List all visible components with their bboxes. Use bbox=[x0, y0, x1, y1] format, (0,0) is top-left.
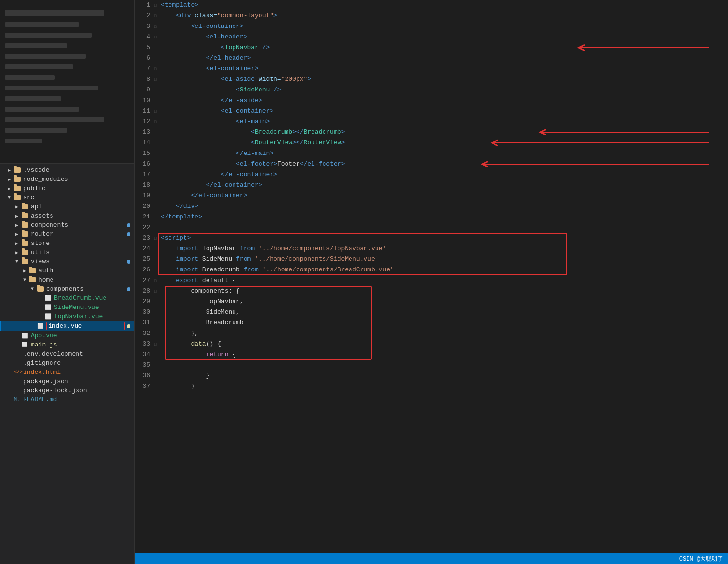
fold-btn-23[interactable]: □ bbox=[154, 233, 160, 244]
sidebar-item-auth[interactable]: ▶ auth bbox=[0, 266, 134, 275]
folder-icon bbox=[22, 222, 28, 228]
sidebar-item-gitignore[interactable]: ▶ .gitignore bbox=[0, 359, 134, 368]
folder-icon bbox=[14, 167, 21, 173]
sidebar-item-topnavbar-vue[interactable]: ▶ ⬜ TopNavbar.vue bbox=[0, 312, 134, 321]
fold-btn-32[interactable] bbox=[154, 329, 160, 339]
line-number-12: 12 bbox=[135, 116, 154, 127]
token: </div> bbox=[176, 203, 198, 210]
fold-btn-19[interactable] bbox=[154, 191, 160, 202]
sidebar-item-package-lock-json[interactable]: ▶ package-lock.json bbox=[0, 386, 134, 395]
token: TopNavbar, bbox=[206, 298, 244, 305]
token: el-aside bbox=[225, 76, 255, 83]
fold-btn-2[interactable]: □ bbox=[154, 11, 160, 22]
chevron-icon: ▶ bbox=[23, 268, 28, 274]
fold-btn-35[interactable] bbox=[154, 360, 160, 371]
line-number-21: 21 bbox=[135, 212, 154, 222]
token bbox=[161, 351, 206, 358]
token: return bbox=[206, 351, 229, 358]
sidebar-item-store[interactable]: ▶ store bbox=[0, 239, 134, 248]
sidebar-item-node-modules[interactable]: ▶ node_modules bbox=[0, 175, 134, 184]
sidebar-item-package-json[interactable]: ▶ package.json bbox=[0, 377, 134, 386]
sidebar-item-label: index.vue bbox=[46, 322, 125, 330]
chevron-icon: ▶ bbox=[15, 213, 20, 219]
fold-btn-15[interactable] bbox=[154, 149, 160, 159]
code-line-35 bbox=[154, 360, 728, 371]
sidebar-item-index-vue[interactable]: ▶ ⬜ index.vue bbox=[0, 321, 134, 331]
token bbox=[161, 23, 191, 30]
fold-btn-31[interactable] bbox=[154, 318, 160, 329]
sidebar-item-api[interactable]: ▶ api bbox=[0, 202, 134, 211]
fold-btn-11[interactable]: □ bbox=[154, 106, 160, 117]
code-line-26: import Breadcrumb from '../home/componen… bbox=[154, 265, 728, 275]
line-number-22: 22 bbox=[135, 222, 154, 233]
fold-btn-17[interactable] bbox=[154, 170, 160, 180]
token bbox=[161, 308, 206, 316]
sidebar-item-breadcrumb-vue[interactable]: ▶ ⬜ BreadCrumb.vue bbox=[0, 294, 134, 303]
fold-btn-3[interactable]: □ bbox=[154, 22, 160, 32]
editor-content[interactable]: 1234567891011121314151617181920212223242… bbox=[135, 0, 728, 553]
fold-btn-21[interactable] bbox=[154, 212, 160, 223]
token: } bbox=[161, 372, 209, 379]
sidebar-item-app-vue[interactable]: ▶ ⬜ App.vue bbox=[0, 331, 134, 340]
dot-indicator bbox=[127, 223, 130, 227]
chevron-icon: ▼ bbox=[23, 277, 28, 282]
sidebar-item-env-dev[interactable]: ▶ .env.development bbox=[0, 349, 134, 359]
code-line-8: □ <el-aside width="200px"> bbox=[154, 74, 728, 85]
sidebar-item-assets[interactable]: ▶ assets bbox=[0, 211, 134, 220]
line-number-30: 30 bbox=[135, 307, 154, 318]
fold-btn-20[interactable] bbox=[154, 202, 160, 212]
dot-indicator bbox=[127, 287, 130, 291]
fold-btn-36[interactable] bbox=[154, 371, 160, 382]
sidebar-item-label: components bbox=[46, 285, 125, 293]
token bbox=[161, 330, 191, 337]
fold-btn-4[interactable]: □ bbox=[154, 32, 160, 43]
fold-btn-33[interactable]: □ bbox=[154, 339, 160, 350]
fold-btn-26[interactable] bbox=[154, 265, 160, 276]
sidebar-item-public[interactable]: ▶ public bbox=[0, 184, 134, 193]
fold-btn-25[interactable] bbox=[154, 255, 160, 265]
chevron-icon: ▼ bbox=[31, 286, 36, 292]
fold-btn-9[interactable] bbox=[154, 85, 160, 96]
token: </el-container> bbox=[191, 192, 247, 199]
fold-btn-24[interactable] bbox=[154, 244, 160, 255]
fold-btn-7[interactable]: □ bbox=[154, 64, 160, 75]
sidebar-item-router[interactable]: ▶ router bbox=[0, 230, 134, 239]
code-line-23: □<script> bbox=[154, 233, 728, 244]
fold-btn-34[interactable] bbox=[154, 350, 160, 360]
fold-btn-5[interactable] bbox=[154, 43, 160, 53]
fold-btn-22[interactable] bbox=[154, 223, 160, 233]
sidebar-item-src[interactable]: ▼ src bbox=[0, 193, 134, 202]
folder-icon bbox=[29, 268, 36, 273]
fold-btn-14[interactable] bbox=[154, 138, 160, 149]
fold-btn-37[interactable] bbox=[154, 382, 160, 392]
line-number-1: 1 bbox=[135, 0, 154, 11]
fold-btn-6[interactable] bbox=[154, 53, 160, 64]
fold-btn-10[interactable] bbox=[154, 96, 160, 106]
fold-btn-13[interactable] bbox=[154, 128, 160, 138]
folder-icon bbox=[14, 177, 21, 182]
fold-btn-16[interactable] bbox=[154, 159, 160, 170]
sidebar-item-main-js[interactable]: ▶ ⬜ main.js bbox=[0, 340, 134, 349]
sidebar-item-index-html[interactable]: ▶ </> index.html bbox=[0, 368, 134, 377]
sidebar-item-vscode[interactable]: ▶ .vscode bbox=[0, 166, 134, 175]
fold-btn-30[interactable] bbox=[154, 308, 160, 318]
fold-btn-18[interactable] bbox=[154, 180, 160, 191]
line-number-17: 17 bbox=[135, 169, 154, 180]
sidebar-item-views[interactable]: ▼ views bbox=[0, 257, 134, 266]
fold-btn-27[interactable]: □ bbox=[154, 276, 160, 286]
sidebar-item-components[interactable]: ▶ components bbox=[0, 220, 134, 230]
fold-btn-28[interactable]: □ bbox=[154, 286, 160, 297]
folder-open-icon bbox=[37, 286, 44, 292]
sidebar-item-sidemenu-vue[interactable]: ▶ ⬜ SideMenu.vue bbox=[0, 303, 134, 312]
line-number-8: 8 bbox=[135, 74, 154, 85]
code-editor[interactable]: □<template>□ <div class="common-layout">… bbox=[154, 0, 728, 553]
sidebar-item-home[interactable]: ▼ home bbox=[0, 275, 134, 284]
fold-btn-12[interactable]: □ bbox=[154, 117, 160, 128]
sidebar-item-home-components[interactable]: ▼ components bbox=[0, 284, 134, 294]
fold-btn-8[interactable]: □ bbox=[154, 75, 160, 85]
token: <el-container> bbox=[206, 65, 259, 72]
fold-btn-1[interactable]: □ bbox=[154, 0, 160, 11]
sidebar-item-utils[interactable]: ▶ utils bbox=[0, 248, 134, 257]
fold-btn-29[interactable] bbox=[154, 297, 160, 308]
sidebar-item-readme-md[interactable]: ▶ M↓ README.md bbox=[0, 395, 134, 404]
